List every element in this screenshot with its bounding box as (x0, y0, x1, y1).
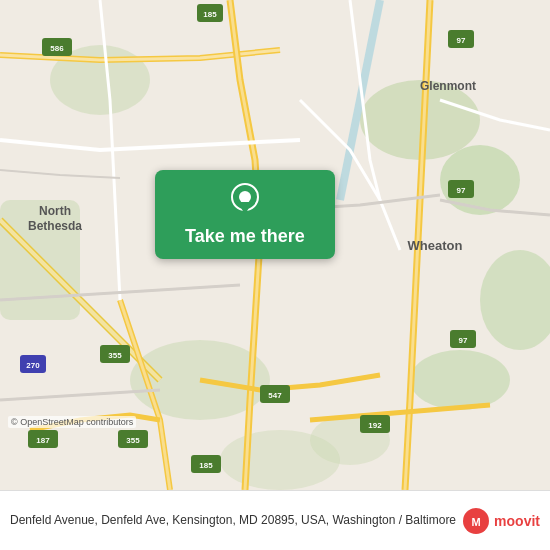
location-pin-icon (227, 182, 263, 218)
svg-text:North: North (39, 204, 71, 218)
svg-text:586: 586 (50, 44, 64, 53)
svg-text:270: 270 (26, 361, 40, 370)
svg-point-5 (410, 350, 510, 410)
svg-point-9 (220, 430, 340, 490)
svg-text:Wheaton: Wheaton (408, 238, 463, 253)
bottom-bar: Denfeld Avenue, Denfeld Ave, Kensington,… (0, 490, 550, 550)
svg-text:97: 97 (457, 36, 466, 45)
copyright-text: © OpenStreetMap contributors (8, 416, 136, 428)
moovit-brand-label: moovit (494, 513, 540, 529)
svg-text:192: 192 (368, 421, 382, 430)
svg-text:97: 97 (459, 336, 468, 345)
svg-text:187: 187 (36, 436, 50, 445)
svg-text:185: 185 (203, 10, 217, 19)
cta-label: Take me there (185, 226, 305, 247)
map-container: 185 586 97 97 97 185 270 355 355 547 192… (0, 0, 550, 490)
svg-text:Bethesda: Bethesda (28, 219, 82, 233)
svg-point-39 (239, 191, 251, 203)
svg-text:185: 185 (199, 461, 213, 470)
moovit-bus-icon: M (462, 507, 490, 535)
svg-text:Glenmont: Glenmont (420, 79, 476, 93)
svg-text:355: 355 (108, 351, 122, 360)
address-text: Denfeld Avenue, Denfeld Ave, Kensington,… (10, 512, 462, 529)
moovit-logo[interactable]: M moovit (462, 507, 540, 535)
svg-text:M: M (472, 516, 481, 528)
svg-text:97: 97 (457, 186, 466, 195)
svg-text:355: 355 (126, 436, 140, 445)
svg-text:547: 547 (268, 391, 282, 400)
take-me-there-button[interactable]: Take me there (155, 170, 335, 259)
